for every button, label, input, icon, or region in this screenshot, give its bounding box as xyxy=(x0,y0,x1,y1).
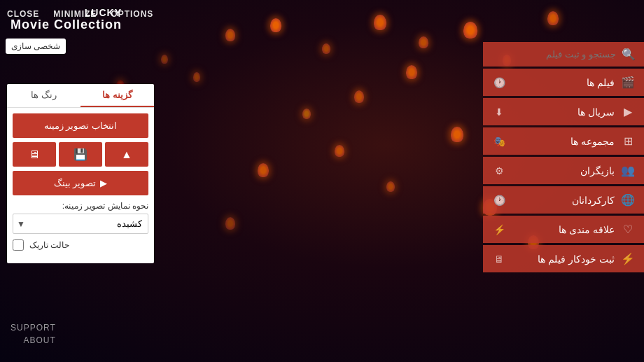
bg-display-select-wrap: کشیده موزاییک مرکز ▼ xyxy=(13,214,148,234)
triangle-icon-button[interactable]: ▲ xyxy=(105,142,148,167)
settings2-icon: ⚙ xyxy=(491,165,507,176)
heart-icon: ♡ xyxy=(620,223,636,236)
menu-item-series[interactable]: ▶ سریال ها ⬇ xyxy=(483,98,644,125)
logo-title: Movie Collection xyxy=(10,18,122,32)
monitor-icon: 🖥 xyxy=(491,253,507,265)
play-icon: ▶ xyxy=(620,105,636,118)
dark-mode-label: حالت تاریک xyxy=(29,240,69,250)
menu-item-collections[interactable]: ⊞ مجموعه ها 🎭 xyxy=(483,127,644,155)
dark-mode-row: حالت تاریک xyxy=(13,239,148,251)
menu-item-auto-register[interactable]: ⚡ ثبت خودکار فیلم ها 🖥 xyxy=(483,245,644,272)
film-icon: 🎬 xyxy=(620,76,636,89)
right-sidebar: 🔍 🎬 فیلم ها 🕐 ▶ سریال ها ⬇ ⊞ مجموعه ها 🎭… xyxy=(483,42,644,272)
icon-btn-row: ▲ 💾 🖥 xyxy=(13,142,148,167)
menu-item-actors[interactable]: 👥 بازیگران ⚙ xyxy=(483,157,644,184)
bing-play-icon: ▶ xyxy=(100,178,107,188)
options-panel: انتخاب تصویر زمینه ▲ 💾 🖥 ▶ تصویر بینگ نح… xyxy=(7,108,154,256)
select-bg-button[interactable]: انتخاب تصویر زمینه xyxy=(13,113,148,138)
menu-item-movies[interactable]: 🎬 فیلم ها 🕐 xyxy=(483,69,644,96)
series-label: سریال ها xyxy=(512,106,615,118)
collections-label: مجموعه ها xyxy=(512,136,615,147)
panel-header: گزینه ها رنگ ها xyxy=(7,84,154,108)
bing-button[interactable]: ▶ تصویر بینگ xyxy=(13,171,148,195)
bolt-icon: ⚡ xyxy=(620,252,636,265)
grid-icon: ⊞ xyxy=(620,134,636,148)
bg-display-label: نحوه نمایش تصویر زمینه: xyxy=(13,201,148,211)
usb-icon: ⚡ xyxy=(491,224,507,235)
settings-panel: گزینه ها رنگ ها انتخاب تصویر زمینه ▲ 💾 🖥… xyxy=(7,84,154,263)
globe-icon: 🌐 xyxy=(620,193,636,207)
logo-lucky: LUCKY xyxy=(10,7,122,18)
search-icon[interactable]: 🔍 xyxy=(622,48,636,61)
directors-label: کارکردانان xyxy=(512,195,615,206)
actors-label: بازیگران xyxy=(512,165,615,176)
bg-display-select[interactable]: کشیده موزاییک مرکز xyxy=(13,214,148,234)
favorites-label: علاقه مندی ها xyxy=(512,224,615,235)
about-link[interactable]: ABOUT xyxy=(10,335,56,345)
download-icon: ⬇ xyxy=(491,106,507,118)
support-link[interactable]: SUPPORT xyxy=(10,323,56,333)
clock-icon: 🕐 xyxy=(491,77,507,88)
tab-options[interactable]: گزینه ها xyxy=(80,84,154,107)
menu-item-favorites[interactable]: ♡ علاقه مندی ها ⚡ xyxy=(483,216,644,243)
tooltip: شخصی سازی xyxy=(6,39,66,54)
menu-item-directors[interactable]: 🌐 کارکردانان 🕐 xyxy=(483,186,644,214)
save-icon-button[interactable]: 💾 xyxy=(59,142,102,167)
logo-area: LUCKY Movie Collection xyxy=(10,7,122,32)
auto-register-label: ثبت خودکار فیلم ها xyxy=(512,253,615,265)
clock2-icon: 🕐 xyxy=(491,195,507,206)
monitor-icon-button[interactable]: 🖥 xyxy=(13,142,56,167)
movies-label: فیلم ها xyxy=(512,77,615,88)
badge-icon: 🎭 xyxy=(491,136,507,147)
search-input[interactable] xyxy=(491,49,616,60)
dark-mode-checkbox[interactable] xyxy=(13,239,24,251)
search-bar[interactable]: 🔍 xyxy=(483,42,644,67)
bottom-links: SUPPORT ABOUT xyxy=(10,323,56,348)
tab-colors[interactable]: رنگ ها xyxy=(7,84,80,107)
bing-label: تصویر بینگ xyxy=(54,178,97,188)
users-icon: 👥 xyxy=(620,164,636,177)
